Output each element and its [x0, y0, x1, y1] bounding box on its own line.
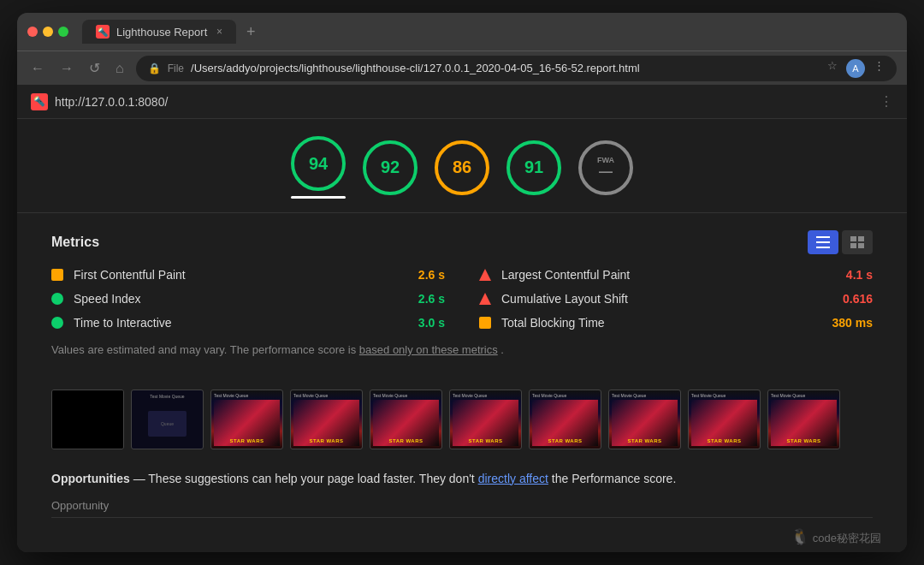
opportunities-header: Opportunities — These suggestions can he… — [51, 472, 873, 485]
score-circle-best-practices[interactable]: 86 — [435, 140, 489, 195]
home-button[interactable]: ⌂ — [112, 59, 127, 78]
opportunities-column-header: Opportunity — [51, 494, 873, 518]
opportunities-title: Opportunities — [51, 472, 130, 485]
metrics-link[interactable]: based only on these metrics — [359, 343, 498, 356]
directly-affect-link[interactable]: directly affect — [478, 472, 548, 485]
score-circle-performance[interactable]: 94 — [291, 136, 346, 191]
more-options-icon[interactable]: ⋮ — [874, 59, 885, 78]
metrics-toggle-group — [808, 230, 873, 254]
address-input[interactable]: 🔒 File /Users/addyo/projects/lighthouse/… — [136, 56, 897, 81]
reload-button[interactable]: ↺ — [86, 58, 104, 78]
score-active-indicator — [291, 196, 346, 199]
minimize-window-button[interactable] — [43, 27, 53, 37]
filmstrip-frame-10: Test Movie Queue STAR WARS — [767, 390, 840, 449]
filmstrip-frame-3: Test Movie Queue STAR WARS — [210, 390, 283, 449]
toggle-list-button[interactable] — [842, 230, 873, 254]
frame-image-4: Test Movie Queue STAR WARS — [290, 390, 363, 449]
metric-cls: Cumulative Layout Shift 0.616 — [479, 292, 873, 306]
score-seo[interactable]: 91 — [506, 140, 561, 195]
score-pwa[interactable]: FWA — — [578, 140, 633, 195]
score-circle-seo[interactable]: 91 — [506, 140, 561, 195]
cls-label: Cumulative Layout Shift — [501, 292, 628, 306]
filmstrip-frame-2: Test Movie Queue Queue — [131, 390, 204, 449]
filmstrip-frame-5: Test Movie Queue STAR WARS — [370, 390, 442, 449]
opportunities-section: Opportunities — These suggestions can he… — [17, 463, 907, 532]
toggle-grid-button[interactable] — [808, 230, 838, 254]
tti-label: Time to Interactive — [74, 316, 172, 330]
topbar-more-icon[interactable]: ⋮ — [880, 93, 893, 110]
metric-fcp: First Contentful Paint 2.6 s — [51, 268, 445, 282]
bookmark-icon[interactable]: ☆ — [827, 59, 838, 78]
tbt-indicator — [479, 317, 491, 329]
cls-value: 0.616 — [843, 292, 873, 306]
svg-rect-2 — [816, 247, 830, 248]
maximize-window-button[interactable] — [58, 27, 68, 37]
filmstrip-frame-8: Test Movie Queue STAR WARS — [608, 390, 681, 449]
score-circle-accessibility[interactable]: 92 — [363, 140, 418, 195]
close-window-button[interactable] — [27, 27, 38, 37]
page-url: http://127.0.0.1:8080/ — [55, 95, 168, 109]
tti-value: 3.0 s — [418, 316, 445, 330]
tab-favicon: 🔦 — [96, 25, 110, 39]
browser-window: 🔦 Lighthouse Report × + ← → ↺ ⌂ 🔒 File /… — [17, 13, 907, 552]
metrics-section: Metrics — [17, 213, 907, 376]
si-label: Speed Index — [74, 292, 141, 306]
main-content: 94 92 86 91 FWA — Metrics — [17, 119, 907, 552]
score-accessibility[interactable]: 92 — [363, 140, 418, 195]
titlebar: 🔦 Lighthouse Report × + — [17, 13, 907, 51]
back-button[interactable]: ← — [27, 59, 48, 78]
lighthouse-topbar: 🔦 http://127.0.0.1:8080/ ⋮ — [17, 85, 907, 119]
tab-close-button[interactable]: × — [216, 26, 222, 38]
tbt-value: 380 ms — [832, 316, 873, 330]
filmstrip-frame-4: Test Movie Queue STAR WARS — [290, 390, 363, 449]
score-best-practices[interactable]: 86 — [435, 140, 489, 195]
metric-tbt: Total Blocking Time 380 ms — [479, 316, 873, 330]
user-avatar[interactable]: A — [846, 59, 865, 78]
svg-rect-3 — [850, 236, 856, 241]
svg-rect-5 — [850, 243, 856, 248]
file-label: File — [168, 62, 184, 74]
opportunities-description-end: the Performance score. — [552, 472, 677, 485]
pwa-fwa-label: FWA — [597, 156, 614, 164]
tab-title: Lighthouse Report — [116, 26, 207, 39]
frame-image-1 — [51, 390, 124, 449]
cls-indicator — [479, 293, 491, 305]
frame-image-3: Test Movie Queue STAR WARS — [210, 390, 283, 449]
fcp-indicator — [51, 269, 63, 281]
metrics-note: Values are estimated and may vary. The p… — [51, 342, 873, 359]
fcp-value: 2.6 s — [418, 268, 445, 282]
svg-rect-6 — [858, 243, 864, 248]
filmstrip-frame-1 — [51, 390, 124, 449]
frame-image-8: Test Movie Queue STAR WARS — [608, 390, 681, 449]
lcp-indicator — [479, 269, 491, 281]
pwa-dash: — — [599, 164, 613, 180]
metrics-header: Metrics — [51, 230, 873, 254]
frame-image-7: Test Movie Queue STAR WARS — [529, 390, 601, 449]
metric-tti: Time to Interactive 3.0 s — [51, 316, 445, 330]
score-performance[interactable]: 94 — [291, 136, 346, 199]
opportunity-column-label: Opportunity — [51, 499, 109, 512]
address-bar: ← → ↺ ⌂ 🔒 File /Users/addyo/projects/lig… — [17, 51, 907, 85]
svg-rect-1 — [816, 241, 830, 243]
new-tab-button[interactable]: + — [246, 23, 256, 41]
frame-image-6: Test Movie Queue STAR WARS — [449, 390, 522, 449]
lcp-label: Largest Contentful Paint — [501, 268, 630, 282]
svg-rect-4 — [858, 236, 864, 241]
metric-lcp: Largest Contentful Paint 4.1 s — [479, 268, 873, 282]
active-tab[interactable]: 🔦 Lighthouse Report × — [82, 20, 236, 44]
si-indicator — [51, 293, 63, 305]
metric-speed-index: Speed Index 2.6 s — [51, 292, 445, 306]
address-right-controls: ☆ A ⋮ — [827, 59, 885, 78]
metrics-title: Metrics — [51, 235, 99, 250]
svg-rect-0 — [816, 236, 830, 238]
opportunities-dash: — — [133, 472, 145, 485]
forward-button[interactable]: → — [56, 59, 77, 78]
url-text: /Users/addyo/projects/lighthouse/lightho… — [191, 62, 640, 74]
metrics-grid: First Contentful Paint 2.6 s Largest Con… — [51, 268, 873, 330]
si-value: 2.6 s — [418, 292, 445, 306]
opportunities-description: These suggestions can help your page loa… — [148, 472, 477, 485]
score-circle-pwa[interactable]: FWA — — [578, 140, 633, 195]
filmstrip-frame-6: Test Movie Queue STAR WARS — [449, 390, 522, 449]
tbt-label: Total Blocking Time — [501, 316, 605, 330]
lock-icon: 🔒 — [148, 62, 161, 74]
